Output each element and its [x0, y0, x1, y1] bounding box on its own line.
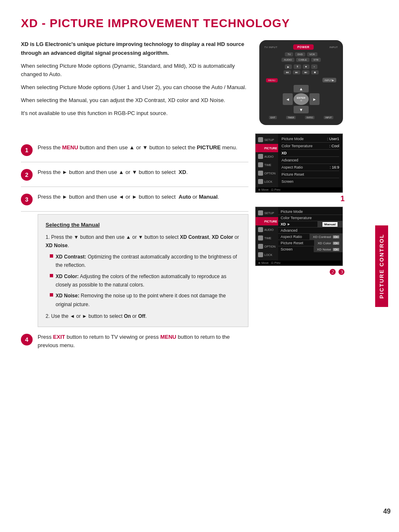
plus-btn: + [311, 64, 318, 69]
stb-btn: STB [311, 58, 321, 62]
menu-row-ct-2: Color Temperature [278, 215, 343, 221]
bullet-contrast: XD Contrast: Optimizing the contrast aut… [46, 253, 240, 270]
intro-para-4: When selecting the Manual, you can adjus… [21, 96, 247, 105]
menu-row-xd-2: XD ► Manual [278, 221, 343, 228]
audio-btn: AUDIO [281, 58, 294, 62]
menu-sidebar-2: SETUP PICTURE AUDIO [256, 207, 278, 261]
input-label: INPUT [329, 46, 338, 49]
menu-row-pr-2: Picture Reset XD Color On [278, 240, 343, 246]
input-button: INPUT [324, 116, 333, 119]
menu-main-1: Picture Mode : User1 Color Temperature :… [278, 134, 343, 187]
tv-btn: TV [285, 52, 293, 56]
rec-btn: ⏺ [311, 70, 319, 74]
side-tab: PICTURE CONTROL 49 [364, 0, 399, 532]
sidebar-time-2: TIME [256, 234, 278, 242]
sidebar-lock: LOCK [256, 177, 278, 186]
step-4: 4 Press EXIT button to return to TV view… [21, 327, 248, 356]
menu-screenshot-1: SETUP PICTURE AUDIO [255, 133, 347, 203]
menu-footer-2: ⊕ Move ⊡ Prev [256, 261, 343, 266]
menu-button: MENU [266, 78, 278, 82]
menu-row-advanced: Advanced [281, 157, 339, 164]
sidebar-picture-active: PICTURE [256, 144, 278, 152]
vcr-btn: VCR [307, 52, 317, 56]
power-button: POWER [293, 44, 314, 50]
rew-btn: ⏮ [284, 70, 291, 74]
bullet-icon-1 [50, 254, 53, 258]
intro-para-1: XD is LG Electronic's unique picture imp… [21, 40, 247, 58]
nav-down-btn: ▼ [294, 106, 309, 113]
bullet-color: XD Color: Adjusting the colors of the re… [46, 272, 240, 289]
sidebar-time: TIME [256, 161, 278, 169]
screenshot-number-1: 1 [255, 194, 347, 203]
sidebar-setup: SETUP [256, 136, 278, 144]
menu-row-aspect: Aspect Ratio : 16:9 [281, 164, 339, 171]
step-4-circle: 4 [21, 334, 33, 345]
menu-row-adv-2: Advanced [278, 228, 343, 234]
remote-illustration: TV INPUT POWER INPUT TV DVD VCR AUDIO CA… [259, 40, 343, 125]
step-2-circle: 2 [21, 169, 33, 181]
menu-row-scr-2: Screen XD Noise On [278, 246, 343, 252]
sidebar-audio: AUDIO [256, 152, 278, 161]
sidebar-option: OPTION [256, 169, 278, 177]
menu-row-color-temp: Color Temperature : Cool [281, 143, 339, 150]
dvd-btn: DVD [295, 52, 305, 56]
menu-row-xd: XD [281, 150, 339, 157]
exit-button: EXIT [269, 116, 277, 119]
sidebar-audio-2: AUDIO [256, 225, 278, 234]
step-1: 1 Press the MENU button and then use ▲ o… [21, 138, 248, 162]
enter-button: ENTER ⊙ [294, 93, 309, 105]
input-button-right: INPUT▶ [322, 78, 336, 82]
step-2: 2 Press the ► button and then use ▲ or ▼… [21, 162, 248, 187]
sidebar-option-2: OPTION [256, 242, 278, 251]
screenshot-numbers-23: ❷ ❸ [255, 268, 347, 277]
page-title: XD - PICTURE IMPROVEMENT TECHNOLOGY [21, 17, 347, 30]
intro-para-3: When selecting Picture Mode options (Use… [21, 83, 247, 92]
step-3-circle: 3 [21, 194, 33, 205]
bullet-noise: XD Noise: Removing the noise up to the p… [46, 292, 240, 309]
step-1-text: Press the MENU button and then use ▲ or … [38, 143, 237, 152]
menu-row-pm-2: Picture Mode [278, 209, 343, 215]
nav-left-btn: ◄ [283, 93, 293, 105]
menu-footer-1: ⊕ Move ⊡ Prev [256, 187, 343, 192]
tv-input-label: TV INPUT [264, 46, 277, 49]
page-number: 49 [383, 508, 391, 515]
intro-para-2: When selecting Picture Mode options (Dyn… [21, 62, 247, 79]
side-tab-label: PICTURE CONTROL [375, 225, 388, 307]
timer-button: TIMER [286, 116, 296, 119]
step-4-text: Press EXIT button to return to TV viewin… [38, 333, 248, 350]
ffwd-btn: ⏭ [293, 70, 300, 74]
manual-box-title: Selecting the Manual [46, 220, 240, 230]
bullet-icon-3 [50, 293, 53, 297]
cable-btn: CABLE [296, 58, 309, 62]
manual-step2: 2. Use the ◄ or ► button to select On or… [46, 312, 240, 320]
menu-row-picture-reset: Picture Reset [281, 171, 339, 178]
nav-up-btn: ▲ [294, 85, 309, 92]
pause-btn: ⏸ [294, 64, 301, 69]
sidebar-picture-active-2: PICTURE [256, 217, 278, 225]
stop-btn: ■ [303, 64, 309, 69]
menu-main-2: Picture Mode Color Temperature XD ► [278, 207, 343, 261]
sidebar-lock-2: LOCK [256, 251, 278, 259]
sidebar-setup-2: SETUP [256, 209, 278, 217]
menu-row-picture-mode: Picture Mode : User1 [281, 136, 339, 143]
play-btn: ▶ [285, 64, 292, 69]
manual-box: Selecting the Manual 1. Press the ▼ butt… [38, 214, 248, 327]
intro-para-5: It's not available to use this function … [21, 109, 247, 118]
step-3: 3 Press the ► button and then use ◄ or ►… [21, 187, 248, 212]
skip-btn: ⏭ [302, 70, 309, 74]
manual-step1: 1. Press the ▼ button and then use ▲ or … [46, 233, 240, 250]
step-3-text: Press the ► button and then use ◄ or ► b… [38, 193, 219, 202]
nav-right-btn: ► [309, 93, 320, 105]
bullet-icon-2 [50, 274, 53, 277]
ratio-button: RATIO [305, 116, 315, 119]
menu-screenshot-2: SETUP PICTURE AUDIO [255, 207, 347, 277]
step-2-text: Press the ► button and then use ▲ or ▼ b… [38, 168, 188, 177]
step-1-circle: 1 [21, 144, 33, 156]
menu-sidebar-1: SETUP PICTURE AUDIO [256, 134, 278, 187]
menu-row-ar-2: Aspect Ratio XD Contrast On [278, 234, 343, 240]
menu-row-screen: Screen [281, 178, 339, 185]
